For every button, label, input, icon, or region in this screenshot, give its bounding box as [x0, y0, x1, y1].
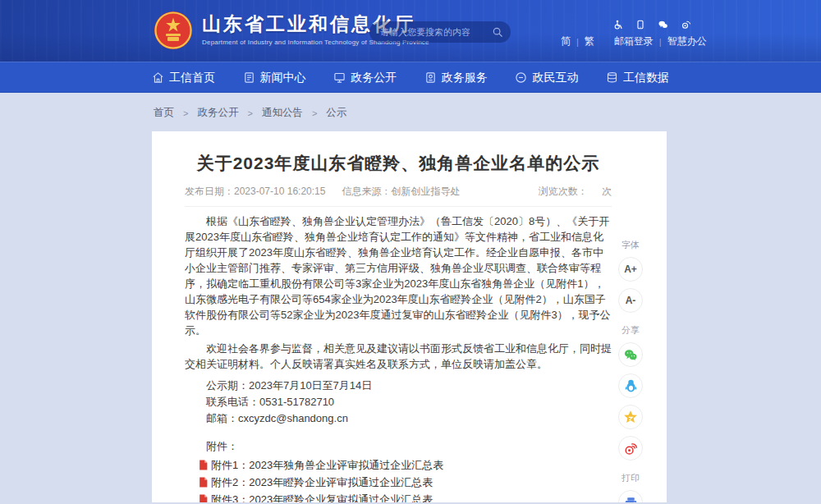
nav-label: 政务服务 — [442, 71, 488, 85]
share-qzone-button[interactable] — [618, 405, 643, 429]
article-card: 关于2023年度山东省瞪羚、独角兽企业名单的公示 发布日期：2023-07-10… — [152, 131, 667, 502]
qzone-star-icon — [623, 410, 638, 424]
attachment-link-1[interactable]: 附件1：2023年独角兽企业评审拟通过企业汇总表 — [185, 459, 612, 471]
font-increase-button[interactable]: A+ — [618, 257, 643, 282]
lang-traditional-link[interactable]: 繁 — [585, 34, 594, 48]
nav-label: 新闻中心 — [260, 71, 306, 85]
smart-office-link[interactable]: 智慧办公 — [667, 34, 707, 48]
views-label: 浏览次数： — [539, 186, 588, 197]
nav-item-interaction[interactable]: 政民互动 — [515, 71, 578, 85]
mail-login-link[interactable]: 邮箱登录 — [614, 34, 654, 48]
lang-simplified-link[interactable]: 简 — [561, 34, 571, 48]
print-button[interactable] — [618, 490, 643, 502]
attachment-link-3[interactable]: 附件3：2023年瞪羚企业复审拟通过企业汇总表 — [185, 493, 612, 502]
news-icon — [243, 71, 255, 84]
attachment-link-2[interactable]: 附件2：2023年瞪羚企业评审拟通过企业汇总表 — [185, 476, 612, 488]
page-title: 关于2023年度山东省瞪羚、独角兽企业名单的公示 — [185, 152, 612, 174]
printer-icon — [624, 496, 638, 503]
paragraph: 欢迎社会各界参与监督，相关意见及建议请以书面形式反馈省工业和信息化厅，同时提交相… — [185, 341, 612, 372]
publish-date: 发布日期：2023-07-10 16:20:15 — [185, 185, 325, 199]
side-toolbar: 字体 A+ A- 分享 — [616, 236, 645, 502]
search-icon[interactable] — [492, 26, 503, 38]
national-emblem-logo — [154, 11, 193, 50]
breadcrumb-separator: > — [312, 108, 317, 118]
share-label: 分享 — [621, 324, 640, 337]
breadcrumb-home[interactable]: 首页 — [154, 106, 174, 120]
attachment-label: 附件2：2023年瞪羚企业评审拟通过企业汇总表 — [211, 476, 433, 488]
home-icon — [152, 71, 164, 84]
font-decrease-button[interactable]: A- — [618, 288, 643, 313]
weibo-icon — [623, 442, 638, 456]
weibo-mini-icon[interactable] — [681, 20, 691, 30]
wechat-mini-icon[interactable] — [658, 20, 668, 30]
header-quick-icons — [613, 20, 691, 30]
search-input[interactable] — [380, 27, 492, 37]
article-meta: 发布日期：2023-07-10 16:20:15 信息来源：创新创业指导处 浏览… — [185, 185, 612, 207]
interaction-icon — [515, 71, 527, 84]
monitor-icon — [333, 71, 346, 84]
share-qq-button[interactable] — [618, 373, 643, 398]
attachments-label: 附件： — [185, 439, 612, 454]
breadcrumb-gov-open[interactable]: 政务公开 — [197, 106, 238, 120]
attachment-label: 附件1：2023年独角兽企业评审拟通过企业汇总表 — [211, 459, 443, 471]
nav-label: 政务公开 — [351, 71, 397, 85]
nav-label: 工信数据 — [623, 71, 669, 85]
breadcrumb-current: 公示 — [326, 106, 346, 120]
site-header: 山东省工业和信息化厅 Department of Industry and In… — [0, 0, 821, 62]
header-links: 简 | 繁 邮箱登录 | 智慧办公 — [561, 34, 707, 48]
contact-email: 邮箱：cxcyzdc@shandong.cn — [185, 410, 612, 427]
views-suffix: 次 — [602, 186, 612, 197]
attachment-label: 附件3：2023年瞪羚企业复审拟通过企业汇总表 — [211, 493, 433, 502]
nav-item-home[interactable]: 工信首页 — [152, 71, 215, 85]
nav-item-gov-service[interactable]: 政务服务 — [424, 71, 488, 85]
publicity-period: 公示期：2023年7月10日至7月14日 — [185, 378, 612, 394]
divider: | — [659, 37, 662, 47]
share-weibo-button[interactable] — [618, 436, 643, 460]
service-icon — [424, 71, 437, 84]
breadcrumb-notices[interactable]: 通知公告 — [262, 106, 303, 120]
pdf-file-icon — [199, 494, 208, 502]
nav-item-gov-open[interactable]: 政务公开 — [333, 71, 397, 85]
paragraph: 根据《山东省瞪羚、独角兽企业认定管理办法》（鲁工信发〔2020〕8号）、《关于开… — [185, 213, 612, 338]
search-box[interactable] — [369, 21, 511, 43]
contact-phone: 联系电话：0531-51782710 — [185, 394, 612, 410]
breadcrumb-separator: > — [183, 108, 188, 118]
article-body: 根据《山东省瞪羚、独角兽企业认定管理办法》（鲁工信发〔2020〕8号）、《关于开… — [185, 213, 612, 502]
share-wechat-button[interactable] — [618, 342, 643, 367]
breadcrumb-separator: > — [247, 108, 252, 118]
accessibility-icon[interactable] — [613, 20, 623, 30]
main-nav: 工信首页 新闻中心 政务公开 政务服务 政民互动 — [0, 62, 821, 93]
qq-icon — [624, 378, 638, 393]
attachments-section: 附件： 附件1：2023年独角兽企业评审拟通过企业汇总表 附件2：2023年瞪羚… — [185, 439, 612, 502]
divider: | — [576, 37, 579, 47]
nav-label: 工信首页 — [169, 71, 215, 85]
pdf-file-icon — [199, 477, 208, 488]
database-icon — [606, 71, 618, 84]
pdf-file-icon — [199, 460, 208, 470]
wechat-icon — [623, 348, 638, 362]
nav-item-news[interactable]: 新闻中心 — [243, 71, 306, 85]
mobile-version-icon[interactable] — [635, 20, 645, 30]
print-label: 打印 — [621, 472, 640, 484]
breadcrumb: 首页 > 政务公开 > 通知公告 > 公示 — [154, 106, 821, 120]
nav-label: 政民互动 — [532, 71, 578, 85]
info-source: 信息来源：创新创业指导处 — [342, 185, 460, 199]
font-size-label: 字体 — [621, 239, 640, 251]
nav-item-data[interactable]: 工信数据 — [606, 71, 669, 85]
